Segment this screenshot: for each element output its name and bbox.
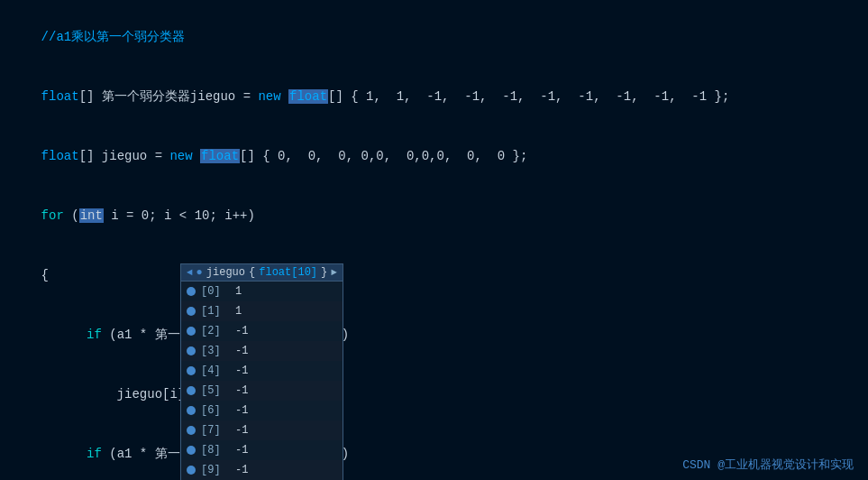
tooltip-dot-icon xyxy=(187,366,196,375)
tooltip-item-value: 1 xyxy=(235,282,242,300)
code-line-6: if (a1 * 第一个弱分类器jieguo[i] > 0) xyxy=(11,305,857,365)
tooltip-item-value: 1 xyxy=(235,302,242,320)
tooltip-dot-icon xyxy=(187,406,196,415)
tooltip-item-index: [3] xyxy=(201,342,230,360)
line6-indent xyxy=(41,328,87,342)
tooltip-item-value: -1 xyxy=(235,441,248,459)
code-editor: //a1乘以第一个弱分类器 float[] 第一个弱分类器jieguo = ne… xyxy=(0,0,868,480)
tooltip-item-index: [8] xyxy=(201,441,230,459)
code-line-1: //a1乘以第一个弱分类器 xyxy=(11,7,857,67)
code-line-7: jieguo[i] = 1; xyxy=(11,365,857,424)
kw-for-1: for xyxy=(41,208,64,223)
tooltip-dot-icon xyxy=(187,307,196,316)
line8-indent xyxy=(41,447,87,461)
tooltip-item-index: [5] xyxy=(201,382,230,400)
tooltip-nav-right[interactable]: ► xyxy=(331,267,337,278)
tooltip-row: [9]-1 xyxy=(181,460,343,480)
tooltip-dot-icon xyxy=(187,446,196,455)
line3-part2: [] jieguo = xyxy=(79,149,170,163)
tooltip-dot-icon xyxy=(187,346,196,355)
tooltip-item-index: [0] xyxy=(201,282,230,300)
line-text-1: //a1乘以第一个弱分类器 xyxy=(41,30,186,44)
code-line-3: float[] jieguo = new float[] { 0, 0, 0, … xyxy=(11,126,857,186)
tooltip-dot-icon xyxy=(187,466,196,475)
footer-text: CSDN @工业机器视觉设计和实现 xyxy=(682,458,854,472)
tooltip-row: [7]-1 xyxy=(181,420,343,440)
kw-if-1: if xyxy=(87,328,102,342)
tooltip-item-value: -1 xyxy=(235,382,248,400)
tooltip-item-index: [4] xyxy=(201,362,230,380)
tooltip-dot-icon xyxy=(187,287,196,296)
highlight-int-1: int xyxy=(79,208,104,223)
tooltip-item-index: [1] xyxy=(201,302,230,320)
highlight-float-2: float xyxy=(200,149,240,163)
tooltip-nav-left[interactable]: ◄ xyxy=(187,267,193,278)
code-line-2: float[] 第一个弱分类器jieguo = new float[] { 1,… xyxy=(11,67,857,126)
tooltip-dot-icon xyxy=(187,386,196,395)
tooltip-type-open: { xyxy=(249,266,255,279)
tooltip-body: [0]1[1]1[2]-1[3]-1[4]-1[5]-1[6]-1[7]-1[8… xyxy=(181,282,343,480)
tooltip-row: [3]-1 xyxy=(181,341,343,361)
tooltip-popup: ◄ ● jieguo { float[10] } ► [0]1[1]1[2]-1… xyxy=(180,263,343,480)
tooltip-row: [2]-1 xyxy=(181,321,343,341)
code-line-5: { xyxy=(11,245,857,305)
tooltip-item-value: -1 xyxy=(235,322,248,340)
highlight-float-1: float xyxy=(288,89,328,104)
tooltip-row: [4]-1 xyxy=(181,361,343,381)
tooltip-header: ◄ ● jieguo { float[10] } ► xyxy=(181,264,343,282)
line4-part2: ( xyxy=(64,208,79,223)
tooltip-dot-icon xyxy=(187,426,196,435)
tooltip-item-index: [6] xyxy=(201,402,230,420)
tooltip-var-name: jieguo xyxy=(206,266,245,279)
line2-part2: [] 第一个弱分类器jieguo = xyxy=(79,89,259,104)
line2-part5: [] { 1, 1, -1, -1, -1, -1, -1, -1, -1, -… xyxy=(328,89,729,104)
tooltip-type-close: } xyxy=(321,266,327,279)
tooltip-item-value: -1 xyxy=(235,421,248,439)
tooltip-item-index: [7] xyxy=(201,421,230,439)
tooltip-item-value: -1 xyxy=(235,362,248,380)
kw-new-1: new xyxy=(258,89,288,104)
kw-float-2: float xyxy=(41,149,79,163)
line3-part5: [] { 0, 0, 0, 0,0, 0,0,0, 0, 0 }; xyxy=(240,149,527,163)
tooltip-row: [0]1 xyxy=(181,282,343,301)
tooltip-row: [8]-1 xyxy=(181,440,343,460)
tooltip-item-value: -1 xyxy=(235,342,248,360)
tooltip-item-index: [2] xyxy=(201,322,230,340)
tooltip-type: float[10] xyxy=(259,266,317,279)
tooltip-row: [1]1 xyxy=(181,301,343,321)
tooltip-row: [5]-1 xyxy=(181,381,343,401)
tooltip-item-value: -1 xyxy=(235,402,248,420)
line4-part4: i = 0; i < 10; i++) xyxy=(104,208,255,223)
tooltip-item-index: [9] xyxy=(201,461,230,479)
kw-float-1: float xyxy=(41,89,79,104)
kw-new-2: new xyxy=(169,149,200,163)
kw-if-2: if xyxy=(87,447,102,461)
code-line-4: for (int i = 0; i < 10; i++) xyxy=(11,186,857,245)
tooltip-dot-icon xyxy=(187,327,196,336)
tooltip-row: [6]-1 xyxy=(181,401,343,420)
tooltip-bullet-icon: ● xyxy=(196,266,203,279)
footer: CSDN @工业机器视觉设计和实现 xyxy=(682,457,854,473)
tooltip-item-value: -1 xyxy=(235,461,248,479)
line5-text: { xyxy=(41,268,49,282)
